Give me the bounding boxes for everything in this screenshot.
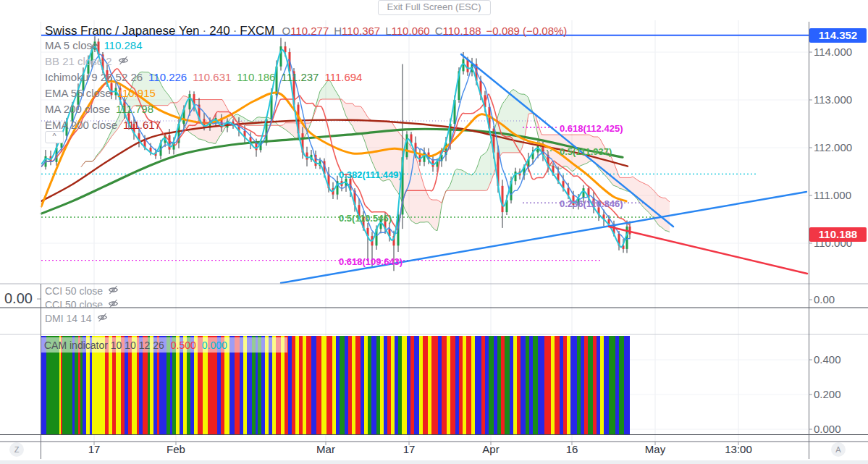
exit-fullscreen-button[interactable]: Exit Full Screen (ESC) bbox=[377, 0, 490, 15]
cci-left-axis-tick: 0.00 bbox=[4, 290, 33, 307]
legend-row-ema-200-close[interactable]: EMA 200 close111.617 bbox=[45, 117, 161, 132]
legend-label: BB 21 close 2 bbox=[45, 55, 112, 67]
legend-label: MA 5 close bbox=[45, 39, 98, 51]
autoscale-badge[interactable]: A bbox=[831, 442, 846, 457]
time-axis-tick: 17 bbox=[88, 443, 101, 455]
ohlc-values: O110.277H110.367L110.060C110.188 bbox=[282, 25, 486, 37]
hidden-eye-icon[interactable] bbox=[108, 299, 119, 311]
cci-axis-tick: 0.00 bbox=[814, 293, 835, 305]
dmi-indicator-row[interactable]: DMI 14 14 bbox=[45, 312, 108, 325]
fib-level-label: 0.5(110.546) bbox=[339, 213, 392, 224]
fib-level-label: 0.5(111.937) bbox=[560, 146, 612, 157]
bottom-edge bbox=[0, 460, 868, 464]
pane-indicator-label: CCI 50 close bbox=[45, 285, 103, 297]
separator-dot: · bbox=[200, 24, 210, 38]
price-axis-tick: 114.000 bbox=[814, 46, 852, 58]
legend-value: 110.226 bbox=[148, 71, 187, 83]
hidden-eye-icon[interactable] bbox=[97, 313, 108, 324]
cam-indicator-label: CAM indicator 10 10 12 26 bbox=[44, 339, 164, 351]
cam-indicator-value: 0.500 bbox=[171, 339, 196, 351]
hidden-eye-icon[interactable] bbox=[118, 55, 129, 67]
legend-row-ma-5-close[interactable]: MA 5 close110.284 bbox=[45, 37, 142, 53]
legend-row-ichimoku-9-26-52-26[interactable]: Ichimoku 9 26 52 26110.226110.631110.186… bbox=[45, 69, 362, 85]
price-badge: 114.352 bbox=[809, 28, 867, 43]
fib-level-label: 0.618(112.425) bbox=[560, 123, 623, 134]
chart-root[interactable]: Swiss Franc / Japanese Yen·240·FXCMO110.… bbox=[0, 0, 868, 464]
legend-label: MA 200 close bbox=[45, 103, 110, 115]
symbol-interval: 240 bbox=[209, 24, 229, 38]
time-axis-tick: 16 bbox=[566, 443, 578, 455]
price-axis-tick: 113.000 bbox=[814, 93, 852, 106]
fib-level-label: 0.236(110.846) bbox=[560, 198, 623, 209]
legend-label: Ichimoku 9 26 52 26 bbox=[45, 71, 143, 83]
legend-value: 110.915 bbox=[117, 87, 156, 99]
timezone-badge[interactable]: Z bbox=[9, 442, 24, 457]
cam-axis-tick: 0.400 bbox=[814, 353, 841, 366]
legend-row-bb-21-close-2[interactable]: BB 21 close 2 bbox=[45, 53, 129, 69]
ohlc-key: C bbox=[435, 25, 443, 37]
ohlc-key: O bbox=[282, 25, 290, 37]
ohlc-key: L bbox=[385, 25, 391, 37]
legend-label: EMA 200 close bbox=[45, 119, 117, 131]
ohlc-value: 110.277 bbox=[290, 25, 329, 37]
price-badge: 110.188 bbox=[809, 227, 867, 242]
legend-value: 110.631 bbox=[193, 71, 231, 83]
cam-indicator-values: 0.5000.000 bbox=[171, 339, 233, 351]
legend-row-ema-55-close[interactable]: EMA 55 close110.915 bbox=[45, 85, 156, 101]
pane-indicator-label: CCI 50 close bbox=[45, 299, 103, 311]
ohlc-value: 110.188 bbox=[443, 25, 481, 37]
legend-value: 110.284 bbox=[104, 39, 142, 51]
legend-collapse-button[interactable]: ^ bbox=[45, 131, 64, 143]
legend-value: 111.617 bbox=[123, 119, 161, 131]
cam-axis-tick: 0.200 bbox=[814, 388, 841, 400]
cci-indicator-row[interactable]: CCI 50 close bbox=[45, 298, 119, 311]
fib-level-label: 0.618(109.643) bbox=[339, 256, 403, 267]
change-value: −0.089 (−0.08%) bbox=[486, 25, 568, 37]
price-axis-tick: 112.000 bbox=[814, 141, 852, 153]
time-axis-tick: 17 bbox=[403, 443, 416, 455]
symbol-header: Swiss Franc / Japanese Yen·240·FXCMO110.… bbox=[45, 24, 567, 38]
time-axis-tick: Mar bbox=[316, 443, 335, 455]
fib-level-label: 0.382(111.449) bbox=[339, 169, 402, 180]
cam-indicator-value: 0.000 bbox=[202, 339, 227, 351]
ohlc-value: 110.060 bbox=[392, 25, 430, 37]
legend-value: 110.186 bbox=[237, 71, 275, 83]
cam-indicator-legend[interactable]: CAM indicator 10 10 12 26 0.5000.000 bbox=[41, 337, 287, 353]
symbol-name: Swiss Franc / Japanese Yen bbox=[45, 24, 200, 38]
legend-value: 111.798 bbox=[116, 103, 153, 115]
cam-axis-tick: 0.000 bbox=[814, 423, 841, 435]
price-axis-tick: 111.000 bbox=[814, 189, 851, 201]
time-axis-tick: May bbox=[645, 443, 665, 455]
legend-value: 111.694 bbox=[324, 71, 362, 83]
legend-row-ma-200-close[interactable]: MA 200 close111.798 bbox=[45, 101, 153, 117]
legend-value: 111.237 bbox=[281, 71, 319, 83]
chevron-up-icon: ^ bbox=[52, 132, 56, 140]
time-axis-tick: Feb bbox=[167, 443, 185, 455]
ohlc-value: 110.367 bbox=[342, 25, 380, 37]
ohlc-key: H bbox=[334, 25, 342, 37]
separator-dot: · bbox=[230, 24, 240, 38]
time-axis-tick: 13:00 bbox=[725, 443, 752, 455]
legend-label: EMA 55 close bbox=[45, 87, 111, 99]
pane-indicator-label: DMI 14 14 bbox=[45, 313, 92, 324]
cci-indicator-row[interactable]: CCI 50 close bbox=[45, 284, 119, 298]
hidden-eye-icon[interactable] bbox=[108, 285, 119, 297]
symbol-exchange: FXCM bbox=[240, 24, 274, 38]
time-axis-tick: Apr bbox=[482, 443, 499, 455]
